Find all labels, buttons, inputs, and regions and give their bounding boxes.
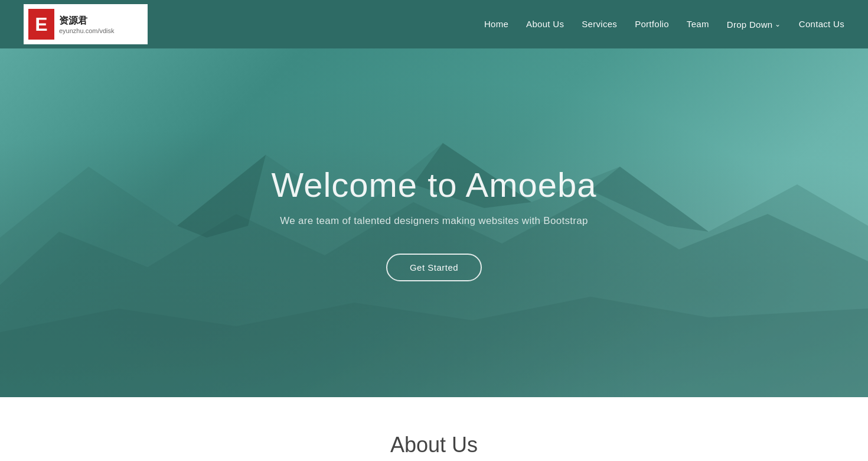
brand-chinese-text: 资源君 [59, 15, 115, 27]
nav-link-team[interactable]: Team [687, 19, 709, 29]
brand-logo-container[interactable]: E 资源君 eyunzhu.com/vdisk [24, 4, 148, 44]
nav-link-services[interactable]: Services [582, 19, 617, 29]
nav-item-contact[interactable]: Contact Us [799, 19, 844, 30]
brand-logo: E 资源君 eyunzhu.com/vdisk [24, 4, 148, 44]
nav-menu: Home About Us Services Portfolio Team Dr… [484, 19, 844, 30]
about-section: About Us Voluptatem dignissimos providen… [0, 397, 868, 461]
dropdown-label: Drop Down [727, 20, 773, 30]
about-title: About Us [47, 433, 821, 457]
brand-logo-letter: E [28, 9, 54, 40]
nav-item-team[interactable]: Team [687, 19, 709, 30]
nav-link-dropdown[interactable]: Drop Down ⌄ [727, 20, 781, 30]
nav-item-dropdown[interactable]: Drop Down ⌄ [727, 20, 781, 30]
get-started-button[interactable]: Get Started [386, 254, 482, 281]
nav-link-home[interactable]: Home [484, 19, 508, 29]
hero-content: Welcome to Amoeba We are team of talente… [271, 165, 596, 281]
nav-item-home[interactable]: Home [484, 19, 508, 30]
nav-item-portfolio[interactable]: Portfolio [635, 19, 669, 30]
hero-title: Welcome to Amoeba [271, 165, 596, 204]
brand-logo-text: 资源君 eyunzhu.com/vdisk [59, 15, 115, 34]
nav-link-contact[interactable]: Contact Us [799, 19, 844, 29]
brand-url-text: eyunzhu.com/vdisk [59, 27, 115, 34]
nav-link-portfolio[interactable]: Portfolio [635, 19, 669, 29]
hero-subtitle: We are team of talented designers making… [271, 215, 596, 227]
hero-section: Welcome to Amoeba We are team of talente… [0, 48, 868, 397]
nav-item-about[interactable]: About Us [526, 19, 564, 30]
chevron-down-icon: ⌄ [775, 20, 781, 28]
nav-item-services[interactable]: Services [582, 19, 617, 30]
nav-link-about[interactable]: About Us [526, 19, 564, 29]
navbar: E 资源君 eyunzhu.com/vdisk Home About Us Se… [0, 0, 868, 48]
